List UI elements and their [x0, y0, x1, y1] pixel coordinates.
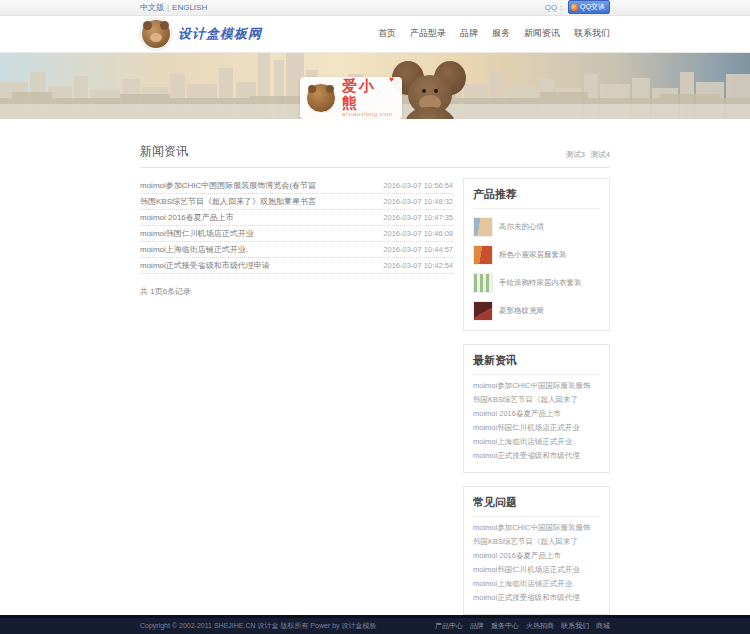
news-date: 2016-03-07 10:48:32: [383, 197, 453, 206]
latest-news-link[interactable]: moimoi参加CHIC中国国际服装服饰: [473, 379, 600, 393]
news-link[interactable]: 韩国KBS综艺节目《超人回来了》双胞胎童星书言: [140, 196, 316, 207]
footer-link-contact[interactable]: 联系我们: [561, 621, 589, 631]
brand-card: 爱小熊♥ aixiaoxiong.com: [300, 77, 402, 119]
content-area: 新闻资讯 测试3 测试4 moimoi参加CHIC中国国际服装服饰博览会(春节篇…: [140, 119, 610, 615]
nav-item-contact[interactable]: 联系我们: [574, 27, 610, 40]
heart-icon: ♥: [389, 76, 396, 85]
latest-news-link[interactable]: moimoi韩国仁川机场店正式开业: [473, 421, 600, 435]
qq-contact: QQ： QQ交谈: [545, 0, 610, 14]
news-link[interactable]: moimoi 2016春夏产品上市: [140, 212, 234, 223]
qq-chat-button[interactable]: QQ交谈: [568, 0, 610, 14]
page-title: 新闻资讯: [140, 143, 188, 160]
faq-list: moimoi参加CHIC中国国际服装服饰 韩国KBS综艺节目《超人回来了 moi…: [473, 521, 600, 605]
latest-news-box: 最新资讯 moimoi参加CHIC中国国际服装服饰 韩国KBS综艺节目《超人回来…: [463, 344, 610, 473]
logo-bear-icon: [140, 18, 172, 50]
faq-link[interactable]: moimoi正式接受省级和市级代理: [473, 591, 600, 605]
nav-item-catalog[interactable]: 产品型录: [410, 27, 446, 40]
news-date: 2016-03-07 10:46:08: [383, 229, 453, 238]
lang-zh-link[interactable]: 中文版: [140, 2, 164, 13]
latest-news-list: moimoi参加CHIC中国国际服装服饰 韩国KBS综艺节目《超人回来了 moi…: [473, 379, 600, 463]
breadcrumb-item-2[interactable]: 测试4: [591, 150, 610, 160]
site-logo[interactable]: 设计盒模板网: [140, 18, 262, 50]
news-link[interactable]: moimoi韩国仁川机场店正式开业: [140, 228, 254, 239]
news-row: moimoi 2016春夏产品上市 2016-03-07 10:47:35: [140, 210, 453, 226]
products-title: 产品推荐: [473, 187, 600, 209]
main-nav: 首页 产品型录 品牌 服务 新闻资讯 联系我们: [378, 27, 610, 40]
nav-item-home[interactable]: 首页: [378, 27, 396, 40]
news-date: 2016-03-07 10:42:54: [383, 261, 453, 270]
faq-link[interactable]: moimoi参加CHIC中国国际服装服饰: [473, 521, 600, 535]
breadcrumb-item-1[interactable]: 测试3: [566, 150, 585, 160]
product-label: 高尔夫的心情: [499, 222, 544, 232]
product-item[interactable]: 高尔夫的心情: [473, 217, 600, 237]
brand-name: 爱小熊♥: [342, 78, 396, 111]
sidebar: 产品推荐 高尔夫的心情 粉色小鹿家居服套装 手绘涂鸦特家居内衣套装: [463, 178, 610, 615]
section-header: 新闻资讯 测试3 测试4: [140, 143, 610, 168]
news-date: 2016-03-07 10:47:35: [383, 213, 453, 222]
product-item[interactable]: 菱形格纹克斯: [473, 301, 600, 321]
brand-bear-icon: [306, 83, 336, 113]
footer-link-mall[interactable]: 商城: [596, 621, 610, 631]
pagination-text: 共 1页6条记录: [140, 286, 453, 297]
lang-separator: |: [167, 3, 169, 12]
nav-item-news[interactable]: 新闻资讯: [524, 27, 560, 40]
latest-news-link[interactable]: 韩国KBS综艺节目《超人回来了: [473, 393, 600, 407]
footer-link-brand[interactable]: 品牌: [470, 621, 484, 631]
latest-news-link[interactable]: moimoi正式接受省级和市级代理: [473, 449, 600, 463]
logo-text: 设计盒模板网: [178, 25, 262, 43]
breadcrumb: 测试3 测试4: [566, 150, 610, 160]
product-label: 手绘涂鸦特家居内衣套装: [499, 278, 582, 288]
language-switcher: 中文版 | ENGLISH: [140, 2, 207, 13]
news-list: moimoi参加CHIC中国国际服装服饰博览会(春节篇 2016-03-07 1…: [140, 178, 453, 274]
hero-banner: 爱小熊♥ aixiaoxiong.com: [0, 53, 750, 119]
footer-link-service[interactable]: 服务中心: [491, 621, 519, 631]
nav-item-service[interactable]: 服务: [492, 27, 510, 40]
product-thumbnail: [473, 245, 493, 265]
faq-link[interactable]: moimoi 2016春夏产品上市: [473, 549, 600, 563]
copyright-text: Copyright © 2002-2011 SHEJIHE.CN 设计盒 版权所…: [140, 621, 376, 631]
product-thumbnail: [473, 273, 493, 293]
news-link[interactable]: moimoi正式接受省级和市级代理申请: [140, 260, 270, 271]
faq-link[interactable]: moimoi上海临街店铺正式开业.: [473, 577, 600, 591]
footer-links: 产品中心 品牌 服务中心 火热招商 联系我们 商城: [435, 621, 610, 631]
faq-box: 常见问题 moimoi参加CHIC中国国际服装服饰 韩国KBS综艺节目《超人回来…: [463, 486, 610, 615]
product-item[interactable]: 粉色小鹿家居服套装: [473, 245, 600, 265]
product-item[interactable]: 手绘涂鸦特家居内衣套装: [473, 273, 600, 293]
qq-badge-label: QQ交谈: [580, 2, 605, 12]
news-row: moimoi上海临街店铺正式开业. 2016-03-07 10:44:57: [140, 242, 453, 258]
footer-link-products[interactable]: 产品中心: [435, 621, 463, 631]
latest-news-link[interactable]: moimoi 2016春夏产品上市: [473, 407, 600, 421]
latest-news-link[interactable]: moimoi上海临街店铺正式开业.: [473, 435, 600, 449]
product-label: 粉色小鹿家居服套装: [499, 250, 567, 260]
product-label: 菱形格纹克斯: [499, 306, 544, 316]
news-row: moimoi参加CHIC中国国际服装服饰博览会(春节篇 2016-03-07 1…: [140, 178, 453, 194]
teddy-bear-image: [392, 61, 472, 119]
qq-icon: [571, 4, 578, 11]
product-thumbnail: [473, 301, 493, 321]
faq-title: 常见问题: [473, 495, 600, 517]
news-date: 2016-03-07 10:44:57: [383, 245, 453, 254]
news-row: 韩国KBS综艺节目《超人回来了》双胞胎童星书言 2016-03-07 10:48…: [140, 194, 453, 210]
page: 中文版 | ENGLISH QQ： QQ交谈 设计盒模板网 首页 产品型录: [0, 0, 750, 634]
footer-link-recruit[interactable]: 火热招商: [526, 621, 554, 631]
faq-link[interactable]: 韩国KBS综艺节目《超人回来了: [473, 535, 600, 549]
faq-link[interactable]: moimoi韩国仁川机场店正式开业: [473, 563, 600, 577]
lang-en-link[interactable]: ENGLISH: [172, 3, 207, 12]
site-footer: Copyright © 2002-2011 SHEJIHE.CN 设计盒 版权所…: [0, 615, 750, 634]
product-thumbnail: [473, 217, 493, 237]
latest-news-title: 最新资讯: [473, 353, 600, 375]
news-link[interactable]: moimoi上海临街店铺正式开业.: [140, 244, 248, 255]
products-box: 产品推荐 高尔夫的心情 粉色小鹿家居服套装 手绘涂鸦特家居内衣套装: [463, 178, 610, 331]
news-date: 2016-03-07 10:56:54: [383, 181, 453, 190]
topbar: 中文版 | ENGLISH QQ： QQ交谈: [0, 0, 750, 16]
nav-item-brand[interactable]: 品牌: [460, 27, 478, 40]
news-column: moimoi参加CHIC中国国际服装服饰博览会(春节篇 2016-03-07 1…: [140, 178, 453, 297]
news-row: moimoi韩国仁川机场店正式开业 2016-03-07 10:46:08: [140, 226, 453, 242]
brand-site-url: aixiaoxiong.com: [342, 111, 396, 118]
news-row: moimoi正式接受省级和市级代理申请 2016-03-07 10:42:54: [140, 258, 453, 274]
site-header: 设计盒模板网 首页 产品型录 品牌 服务 新闻资讯 联系我们: [0, 16, 750, 53]
news-link[interactable]: moimoi参加CHIC中国国际服装服饰博览会(春节篇: [140, 180, 316, 191]
qq-label: QQ：: [545, 2, 565, 13]
